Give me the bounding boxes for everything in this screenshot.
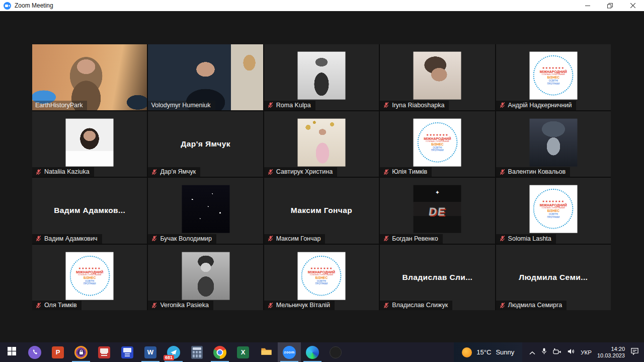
clock[interactable]: 14:20 10.03.2023 bbox=[597, 346, 625, 359]
participant-name-label: Вадим Адамкович bbox=[32, 234, 102, 244]
weather-condition: Sunny bbox=[496, 348, 514, 356]
participant-tile[interactable]: ✦DEБогдан Ревенко bbox=[380, 178, 495, 244]
telegram-taskbar-button[interactable]: 681 bbox=[162, 342, 185, 362]
save-disk-app-taskbar-button[interactable] bbox=[116, 342, 139, 362]
participant-tile[interactable]: Максим ГончарМаксим Гончар bbox=[264, 178, 379, 244]
muted-mic-icon bbox=[383, 102, 389, 108]
viber-taskbar-button[interactable] bbox=[23, 342, 46, 362]
participant-tile[interactable]: Veronika Pasieka bbox=[148, 245, 263, 311]
weather-widget[interactable]: 15°C Sunny bbox=[454, 342, 522, 362]
minimize-button[interactable] bbox=[576, 0, 599, 11]
participant-tile[interactable]: Volodymyr Humeniuk bbox=[148, 44, 263, 110]
participant-avatar: ★★★★★★★МІЖНАРОДНИЙГОТЕЛЬНО-ТУРИСТИЧНИЙБІ… bbox=[529, 52, 577, 100]
muted-mic-icon bbox=[499, 235, 506, 242]
participant-name: Максим Гончар bbox=[276, 235, 321, 242]
muted-mic-icon bbox=[35, 169, 42, 175]
participant-name: Roma Kulpa bbox=[276, 102, 311, 109]
participant-name: Volodymyr Humeniuk bbox=[151, 102, 210, 109]
participant-tile[interactable]: Roma Kulpa bbox=[264, 44, 379, 110]
participant-avatar bbox=[66, 118, 114, 166]
logo-line3: БІЗНЕС bbox=[315, 275, 328, 279]
intl-business-logo: ★★★★★★★МІЖНАРОДНИЙГОТЕЛЬНО-ТУРИСТИЧНИЙБІ… bbox=[69, 255, 110, 296]
chrome-taskbar-button[interactable] bbox=[208, 342, 231, 362]
participant-name: Solomia Lashta bbox=[508, 235, 551, 242]
participant-tile[interactable]: ★★★★★★★МІЖНАРОДНИЙГОТЕЛЬНО-ТУРИСТИЧНИЙБІ… bbox=[264, 245, 379, 311]
windows-logo-icon bbox=[8, 347, 16, 357]
focus-browser-taskbar-button[interactable] bbox=[69, 342, 93, 362]
edge-taskbar-button[interactable] bbox=[301, 342, 324, 362]
participant-tile[interactable]: ★★★★★★★МІЖНАРОДНИЙГОТЕЛЬНО-ТУРИСТИЧНИЙБІ… bbox=[496, 44, 611, 110]
action-center-icon[interactable] bbox=[630, 347, 639, 357]
tray-speaker-icon[interactable] bbox=[567, 348, 575, 357]
participant-name-label: Iryna Riaboshapka bbox=[380, 101, 449, 110]
zoom-taskbar-icon: zoom bbox=[283, 346, 296, 359]
weather-temp: 15°C bbox=[476, 348, 491, 356]
dark-circle-app-taskbar-button[interactable] bbox=[324, 342, 347, 362]
graffiti-text: DE bbox=[428, 205, 447, 219]
participant-name: Veronika Pasieka bbox=[160, 302, 209, 309]
participant-tile[interactable]: ★★★★★★★МІЖНАРОДНИЙГОТЕЛЬНО-ТУРИСТИЧНИЙБІ… bbox=[32, 245, 147, 311]
participant-name-label: Юлія Тимків bbox=[380, 167, 432, 177]
viber-icon bbox=[28, 346, 41, 359]
intl-business-logo: ★★★★★★★МІЖНАРОДНИЙГОТЕЛЬНО-ТУРИСТИЧНИЙБІ… bbox=[301, 255, 342, 296]
excel-taskbar-button[interactable]: X bbox=[231, 342, 255, 362]
participant-tile[interactable]: Вадим Адамков...Вадим Адамкович bbox=[32, 178, 147, 244]
participant-tile[interactable]: Людмила Семи...Людмила Семирга bbox=[496, 245, 611, 311]
logo-line1: МІЖНАРОДНИЙ bbox=[76, 270, 103, 273]
participant-avatar bbox=[297, 118, 345, 166]
tray-chevron-up-icon[interactable] bbox=[529, 348, 535, 357]
participant-name-label: Владислав Слижук bbox=[380, 301, 452, 310]
edge-icon bbox=[306, 346, 319, 359]
participant-tile[interactable]: ★★★★★★★МІЖНАРОДНИЙГОТЕЛЬНО-ТУРИСТИЧНИЙБІ… bbox=[496, 178, 611, 244]
participant-tile[interactable]: Iryna Riaboshapka bbox=[380, 44, 495, 110]
logo-stars: ★★★★★★★ bbox=[542, 66, 565, 69]
participant-tile[interactable]: EarthHistoryPark bbox=[32, 44, 147, 110]
muted-mic-icon bbox=[499, 102, 506, 108]
participant-tile[interactable]: Бучак Володимир bbox=[148, 178, 263, 244]
word-taskbar-button[interactable]: W bbox=[139, 342, 162, 362]
start-button[interactable] bbox=[0, 342, 23, 362]
excel-icon: X bbox=[237, 346, 249, 358]
participant-avatar bbox=[182, 252, 229, 300]
powerpoint-taskbar-button[interactable]: P bbox=[46, 342, 69, 362]
dark-circle-app-icon bbox=[330, 346, 342, 358]
zoom-taskbar-button[interactable]: zoom bbox=[278, 342, 301, 362]
participant-name: Бучак Володимир bbox=[160, 235, 212, 242]
participant-avatar: ✦DE bbox=[414, 185, 461, 233]
close-button[interactable] bbox=[621, 0, 644, 11]
participant-name: Дар'я Ямчук bbox=[160, 168, 196, 175]
restore-button[interactable] bbox=[599, 0, 621, 11]
muted-mic-icon bbox=[383, 302, 389, 309]
language-indicator[interactable]: УКР bbox=[581, 349, 592, 355]
participant-name-label: Оля Тимків bbox=[32, 301, 82, 310]
participant-name: Nataliia Kaziuka bbox=[44, 168, 90, 175]
participant-tile[interactable]: ★★★★★★★МІЖНАРОДНИЙГОТЕЛЬНО-ТУРИСТИЧНИЙБІ… bbox=[380, 111, 495, 177]
participant-name-label: Мельничук Віталій bbox=[264, 301, 335, 310]
participant-avatar bbox=[182, 185, 229, 233]
calculator-taskbar-button[interactable] bbox=[185, 342, 208, 362]
muted-mic-icon bbox=[151, 302, 157, 309]
intl-business-logo: ★★★★★★★МІЖНАРОДНИЙГОТЕЛЬНО-ТУРИСТИЧНИЙБІ… bbox=[533, 55, 574, 96]
logo-line4: ОСВІТНІ ПРОГРАМИ bbox=[313, 279, 330, 285]
tray-zoom-camera-icon[interactable] bbox=[553, 348, 561, 357]
logo-line3: БІЗНЕС bbox=[84, 275, 96, 279]
logo-stars: ★★★★★★★ bbox=[78, 266, 101, 269]
participant-avatar bbox=[529, 118, 577, 166]
participant-tile[interactable]: Nataliia Kaziuka bbox=[32, 111, 147, 177]
file-explorer-taskbar-button[interactable] bbox=[255, 342, 278, 362]
red-app-taskbar-button[interactable] bbox=[93, 342, 116, 362]
participant-tile[interactable]: Савтирук Христина bbox=[264, 111, 379, 177]
meeting-stage: EarthHistoryParkVolodymyr HumeniukRoma K… bbox=[0, 11, 644, 342]
participant-name: Валентин Ковальов bbox=[508, 168, 566, 175]
video-grid: EarthHistoryParkVolodymyr HumeniukRoma K… bbox=[32, 44, 611, 310]
participant-name-label: Богдан Ревенко bbox=[380, 234, 442, 244]
participant-tile[interactable]: Дар'я ЯмчукДар'я Ямчук bbox=[148, 111, 263, 177]
participant-tile[interactable]: Валентин Ковальов bbox=[496, 111, 611, 177]
participant-name-label: Валентин Ковальов bbox=[496, 167, 571, 177]
zoom-app-icon bbox=[4, 2, 11, 10]
participant-name: Юлія Тимків bbox=[392, 168, 427, 175]
muted-mic-icon bbox=[383, 169, 389, 175]
muted-mic-icon bbox=[151, 169, 157, 175]
participant-tile[interactable]: Владислав Сли...Владислав Слижук bbox=[380, 245, 495, 311]
tray-microphone-icon[interactable] bbox=[541, 347, 547, 357]
